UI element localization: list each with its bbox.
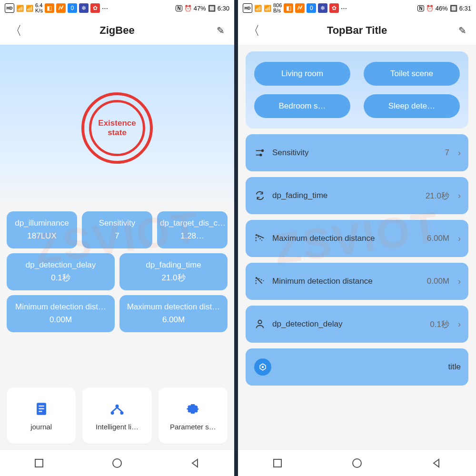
battery-pct: 46% — [436, 5, 448, 12]
row-sensitivity[interactable]: Sensitivity 7 › — [246, 134, 468, 171]
battery-pct: 47% — [194, 5, 206, 12]
net-speed: 806 B/s — [273, 3, 282, 13]
existence-state-label: Existence state — [89, 100, 145, 156]
document-icon — [33, 401, 50, 417]
chevron-right-icon: › — [458, 277, 461, 287]
tile-min-dist[interactable]: Minimum detection dist… 0.00M — [7, 295, 115, 332]
refresh-icon — [255, 190, 265, 201]
app-icon-3: 0 — [307, 3, 316, 13]
hero-area: Existence state — [0, 45, 234, 211]
row-detection-delay[interactable]: dp_detection_delay 0.1秒 › — [246, 306, 468, 343]
hex-settings-icon — [254, 358, 271, 376]
page-title: ZigBee — [99, 24, 134, 37]
radar-max-icon — [255, 233, 265, 244]
svg-rect-14 — [274, 459, 281, 467]
row-fading-time[interactable]: dp_fading_time 21.0秒 › — [246, 177, 468, 214]
android-navbar — [0, 449, 234, 476]
app-icon-5: ✿ — [90, 3, 100, 13]
app-icon-5: ✿ — [329, 3, 339, 13]
row-min-distance[interactable]: Minimum detection distance 0.00M › — [246, 263, 468, 300]
hd-icon: HD — [243, 3, 252, 13]
row-title[interactable]: title — [246, 348, 468, 386]
chevron-right-icon: › — [458, 191, 461, 201]
scene-living-room[interactable]: Living room — [254, 62, 350, 86]
nfc-icon: N — [176, 5, 182, 11]
nfc-icon: N — [417, 5, 424, 11]
svg-point-9 — [262, 150, 264, 152]
signal-icon: 📶 — [254, 5, 262, 12]
wifi-icon: 📶 — [26, 5, 33, 12]
app-icon-3: 0 — [68, 3, 77, 13]
scene-bedroom[interactable]: Bedroom s… — [254, 94, 350, 118]
svg-rect-1 — [39, 405, 44, 406]
chevron-right-icon: › — [458, 148, 461, 158]
sliders-icon — [255, 148, 265, 158]
chevron-right-icon: › — [458, 234, 461, 244]
tile-target-dist[interactable]: dp_target_dis_c… 1.28… — [157, 211, 228, 248]
svg-rect-2 — [39, 408, 44, 409]
svg-point-13 — [262, 367, 264, 368]
edit-button[interactable]: ✎ — [452, 25, 466, 36]
alarm-icon: ⏰ — [426, 5, 434, 12]
svg-point-15 — [353, 459, 361, 467]
svg-rect-3 — [39, 411, 42, 412]
clock: 6:31 — [459, 5, 471, 12]
tile-illuminance[interactable]: dp_illuminance 187LUX — [7, 211, 77, 248]
tile-fading-time[interactable]: dp_fading_time 21.0秒 — [119, 253, 228, 290]
nav-recent[interactable] — [271, 456, 284, 470]
app-icon-2: 🗲 — [56, 3, 66, 13]
scene-toilet[interactable]: Toilet scene — [364, 62, 460, 86]
app-icon-2: 🗲 — [295, 3, 305, 13]
net-speed: 6.4 K/s — [35, 3, 43, 13]
back-button[interactable]: 〈 — [248, 22, 262, 39]
nav-back[interactable] — [188, 456, 202, 470]
svg-point-6 — [120, 411, 123, 414]
svg-point-4 — [115, 404, 119, 407]
tile-max-dist[interactable]: Maximum detection dist… 6.00M — [119, 295, 228, 332]
battery-icon: 🔲 — [208, 5, 216, 12]
more-icon: ⋯ — [102, 5, 108, 12]
svg-point-5 — [111, 411, 114, 414]
android-navbar — [238, 449, 476, 476]
nav-home[interactable] — [110, 456, 124, 470]
app-icon-1: ◧ — [45, 3, 54, 13]
alarm-icon: ⏰ — [184, 5, 192, 12]
dp-tiles: dp_illuminance 187LUX Sensitivity 7 dp_t… — [0, 211, 234, 332]
svg-point-8 — [113, 459, 121, 467]
svg-rect-7 — [35, 459, 43, 467]
signal-icon: 📶 — [16, 5, 24, 12]
scene-sleep[interactable]: Sleep dete… — [364, 94, 460, 118]
svg-point-11 — [258, 320, 261, 324]
nav-recent[interactable] — [32, 456, 46, 470]
gear-icon — [185, 401, 201, 417]
nav-back[interactable] — [430, 456, 443, 470]
hd-icon: HD — [5, 3, 14, 13]
app-icon-4: ❄ — [79, 3, 89, 13]
intelligent-card[interactable]: Intelligent li… — [82, 387, 151, 444]
edit-button[interactable]: ✎ — [210, 25, 225, 36]
status-bar-left: HD 📶 📶 6.4 K/s ◧ 🗲 0 ❄ ✿ ⋯ N ⏰ 47% 🔲 6:3… — [0, 0, 234, 16]
clock: 6:30 — [218, 5, 229, 12]
back-button[interactable]: 〈 — [10, 22, 24, 39]
parameter-card[interactable]: Parameter s… — [159, 387, 228, 444]
person-icon — [255, 319, 265, 329]
row-max-distance[interactable]: Maximum detection distance 6.00M › — [246, 220, 468, 257]
tile-sensitivity[interactable]: Sensitivity 7 — [82, 211, 152, 248]
topbar-right: 〈 TopBar Title ✎ — [238, 16, 476, 45]
battery-icon: 🔲 — [450, 5, 457, 12]
topbar-left: 〈 ZigBee ✎ — [0, 16, 234, 45]
page-title: TopBar Title — [327, 24, 387, 37]
tile-detection-delay[interactable]: dp_detection_delay 0.1秒 — [7, 253, 115, 290]
status-bar-right: HD 📶 📶 806 B/s ◧ 🗲 0 ❄ ✿ ⋯ N ⏰ 46% 🔲 6:3… — [238, 0, 476, 16]
scene-card: Living room Toilet scene Bedroom s… Slee… — [246, 51, 468, 129]
nav-home[interactable] — [350, 456, 364, 470]
journal-card[interactable]: journal — [7, 387, 76, 444]
chevron-right-icon: › — [458, 319, 461, 329]
wifi-icon: 📶 — [264, 5, 271, 12]
radar-min-icon — [255, 276, 265, 287]
more-icon: ⋯ — [341, 5, 347, 12]
existence-ring: Existence state — [81, 92, 153, 164]
app-icon-1: ◧ — [284, 3, 293, 13]
app-icon-4: ❄ — [318, 3, 327, 13]
svg-point-10 — [260, 154, 262, 156]
